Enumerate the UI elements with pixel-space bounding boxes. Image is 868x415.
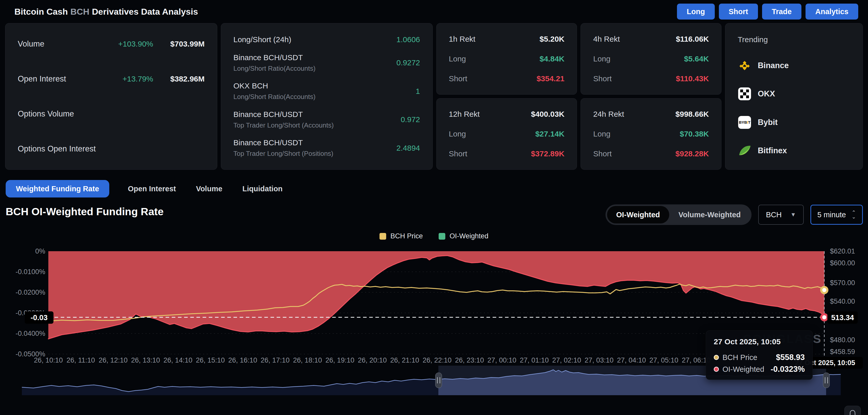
rekt-title: 12h Rekt bbox=[449, 110, 480, 119]
rekt-card-1h: 1h Rekt$5.20K Long$4.84K Short$354.21 bbox=[436, 23, 577, 95]
stat-row-volume: Volume +103.90% $703.99M bbox=[18, 39, 205, 49]
pair-select[interactable]: BCH ▼ bbox=[758, 205, 804, 225]
interval-stepper[interactable]: 5 minute ⌃⌄ bbox=[810, 205, 863, 225]
volume-stats-card: Volume +103.90% $703.99M Open Interest +… bbox=[5, 23, 217, 170]
trending-item-bitfinex[interactable]: Bitfinex bbox=[738, 144, 850, 158]
legend-label: OI-Weighted bbox=[450, 232, 488, 240]
stats-cards-row: Volume +103.90% $703.99M Open Interest +… bbox=[5, 23, 863, 170]
svg-text:-0.0400%: -0.0400% bbox=[16, 330, 45, 337]
tab-volume[interactable]: Volume bbox=[194, 184, 224, 193]
svg-text:26, 12:10: 26, 12:10 bbox=[99, 356, 128, 364]
legend-item-bch-price[interactable]: BCH Price bbox=[379, 232, 423, 240]
ls-sublabel: Top Trader Long/Short (Accounts) bbox=[234, 121, 401, 129]
stat-label: Open Interest bbox=[18, 74, 99, 84]
oi-weighted-dot-icon bbox=[714, 366, 719, 372]
bell-icon bbox=[848, 409, 857, 415]
rekt-long-label: Long bbox=[593, 130, 610, 138]
funding-rate-axis-chip: -0.03 bbox=[25, 311, 54, 324]
svg-text:0%: 0% bbox=[35, 247, 45, 255]
alert-bell-button[interactable] bbox=[844, 406, 861, 415]
short-button[interactable]: Short bbox=[719, 4, 758, 20]
svg-text:26, 22:10: 26, 22:10 bbox=[423, 356, 452, 364]
navigator-right-handle[interactable] bbox=[823, 373, 830, 388]
tooltip-row-price: BCH Price $558.93 bbox=[714, 353, 805, 362]
stat-row-open-interest: Open Interest +13.79% $382.96M bbox=[18, 74, 205, 84]
svg-text:-0.0200%: -0.0200% bbox=[16, 288, 45, 296]
svg-text:$600.00: $600.00 bbox=[830, 259, 855, 267]
ls-value: 1 bbox=[416, 87, 420, 96]
tab-liquidation[interactable]: Liquidation bbox=[241, 184, 284, 193]
volume-weighted-toggle[interactable]: Volume-Weighted bbox=[669, 206, 750, 223]
legend-label: BCH Price bbox=[390, 232, 423, 240]
section-title: BCH OI-Weighted Funding Rate bbox=[6, 206, 163, 218]
svg-text:27, 00:10: 27, 00:10 bbox=[488, 356, 517, 364]
stepper-arrows-icon[interactable]: ⌃⌄ bbox=[851, 210, 856, 219]
svg-text:$540.00: $540.00 bbox=[830, 297, 855, 305]
okx-logo-icon bbox=[738, 87, 751, 101]
ls-row: Long/Short (24h) 1.0606 bbox=[234, 35, 420, 44]
svg-text:-0.0100%: -0.0100% bbox=[16, 268, 45, 276]
ls-sublabel: Long/Short Ratio(Accounts) bbox=[234, 65, 397, 72]
legend-item-oi-weighted[interactable]: OI-Weighted bbox=[439, 232, 488, 240]
chart-tabs: Weighted Funding Rate Open Interest Volu… bbox=[6, 180, 284, 197]
rekt-long-value: $70.38K bbox=[680, 130, 709, 138]
svg-text:27, 05:10: 27, 05:10 bbox=[649, 356, 679, 364]
svg-text:27, 03:10: 27, 03:10 bbox=[585, 356, 614, 364]
rekt-long-value: $4.84K bbox=[540, 55, 565, 63]
exchange-name: Bitfinex bbox=[758, 146, 787, 155]
ls-label: Long/Short (24h) bbox=[234, 35, 397, 44]
rekt-grid: 1h Rekt$5.20K Long$4.84K Short$354.21 4h… bbox=[436, 23, 722, 170]
rekt-title: 1h Rekt bbox=[449, 35, 475, 43]
bybit-logo-icon: BYBIT bbox=[738, 116, 751, 129]
rekt-long-label: Long bbox=[593, 55, 610, 63]
title-symbol: BCH bbox=[70, 7, 90, 17]
long-short-card: Long/Short (24h) 1.0606 Binance BCH/USDT… bbox=[221, 23, 433, 170]
stat-value: $382.96M bbox=[153, 74, 205, 83]
title-part-2: Derivatives Data Analysis bbox=[92, 7, 198, 17]
chart-tooltip: 27 Oct 2025, 10:05 BCH Price $558.93 OI-… bbox=[706, 330, 813, 380]
trade-button[interactable]: Trade bbox=[762, 4, 801, 20]
svg-text:26, 13:10: 26, 13:10 bbox=[131, 356, 160, 364]
trending-item-okx[interactable]: OKX bbox=[738, 87, 850, 101]
ls-value: 0.972 bbox=[401, 115, 420, 124]
tooltip-row-oi-weighted: OI-Weighted -0.0323% bbox=[714, 364, 805, 374]
ls-row: Binance BCH/USDT Long/Short Ratio(Accoun… bbox=[234, 53, 420, 72]
rekt-short-label: Short bbox=[449, 149, 467, 158]
ls-label: Binance BCH/USDT bbox=[234, 53, 397, 62]
tooltip-value: $558.93 bbox=[776, 353, 805, 362]
long-button[interactable]: Long bbox=[677, 4, 715, 20]
trending-item-bybit[interactable]: BYBIT Bybit bbox=[738, 116, 850, 129]
rekt-title: 4h Rekt bbox=[593, 35, 620, 43]
stat-row-options-open-interest: Options Open Interest bbox=[18, 144, 205, 154]
svg-text:$570.00: $570.00 bbox=[830, 279, 855, 287]
title-part-1: Bitcoin Cash bbox=[14, 7, 68, 17]
ls-value: 0.9272 bbox=[397, 58, 420, 67]
svg-text:26, 10:10: 26, 10:10 bbox=[34, 356, 63, 364]
pair-select-value: BCH bbox=[766, 211, 782, 219]
legend-swatch-green bbox=[439, 233, 445, 240]
tab-weighted-funding-rate[interactable]: Weighted Funding Rate bbox=[6, 180, 109, 197]
exchange-name: Binance bbox=[758, 61, 789, 70]
rekt-card-12h: 12h Rekt$400.03K Long$27.14K Short$372.8… bbox=[436, 98, 577, 170]
svg-text:26, 14:10: 26, 14:10 bbox=[163, 356, 193, 364]
svg-text:26, 21:10: 26, 21:10 bbox=[390, 356, 420, 364]
navigator-left-handle[interactable] bbox=[435, 373, 442, 388]
stat-change: +103.90% bbox=[99, 40, 153, 49]
ls-label: OKX BCH bbox=[234, 82, 416, 90]
svg-text:$620.01: $620.01 bbox=[830, 247, 855, 255]
oi-weighted-toggle[interactable]: OI-Weighted bbox=[607, 206, 669, 223]
rekt-short-value: $372.89K bbox=[531, 149, 564, 158]
tooltip-label: OI-Weighted bbox=[722, 365, 764, 374]
ls-label: Binance BCH/USDT bbox=[234, 110, 401, 119]
svg-text:26, 18:10: 26, 18:10 bbox=[293, 356, 322, 364]
svg-text:27, 01:10: 27, 01:10 bbox=[520, 356, 549, 364]
ls-value: 2.4894 bbox=[397, 144, 420, 153]
exchange-name: OKX bbox=[758, 89, 775, 98]
tab-open-interest[interactable]: Open Interest bbox=[126, 184, 177, 193]
tooltip-timestamp: 27 Oct 2025, 10:05 bbox=[714, 337, 805, 346]
derivatives-dashboard: Bitcoin Cash BCH Derivatives Data Analys… bbox=[0, 0, 868, 415]
rekt-short-label: Short bbox=[593, 149, 612, 158]
trending-card: Trending Binance OKX BYBIT bbox=[725, 23, 863, 170]
trending-item-binance[interactable]: Binance bbox=[738, 59, 850, 72]
analytics-button[interactable]: Analytics bbox=[806, 4, 858, 20]
